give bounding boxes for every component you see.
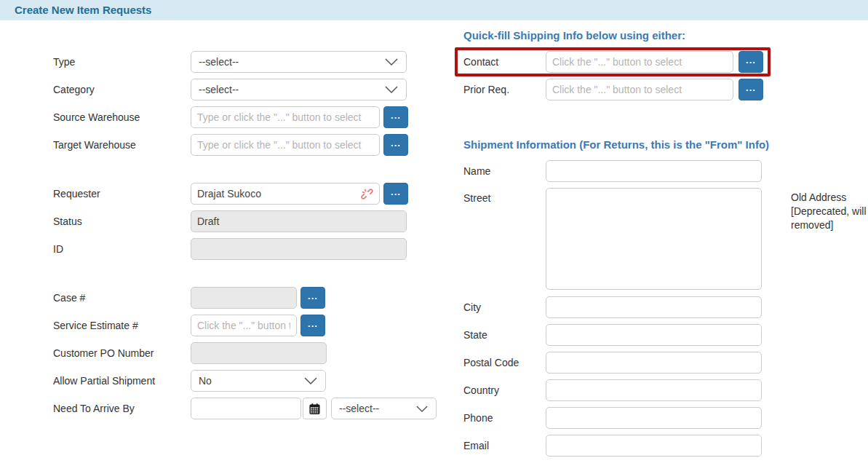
unlink-icon[interactable] <box>361 188 373 200</box>
need-to-arrive-time-select-value: --select-- <box>339 403 379 414</box>
row-city: City <box>463 296 805 318</box>
prior-req-input[interactable] <box>546 79 733 100</box>
city-label: City <box>463 301 546 313</box>
left-form-column: Type --select-- Category --select-- Sour… <box>53 51 446 425</box>
row-state: State <box>463 324 805 346</box>
email-label: Email <box>463 440 546 451</box>
target-warehouse-input[interactable] <box>191 134 380 156</box>
need-to-arrive-date-input[interactable] <box>191 398 301 419</box>
category-select[interactable]: --select-- <box>191 79 407 100</box>
type-label: Type <box>53 56 191 68</box>
street-label: Street <box>463 188 546 204</box>
source-warehouse-input[interactable] <box>191 106 380 128</box>
row-type: Type --select-- <box>53 51 446 73</box>
allow-partial-select[interactable]: No <box>191 370 326 392</box>
chevron-down-icon <box>385 58 398 66</box>
postal-code-input[interactable] <box>546 352 762 374</box>
email-input[interactable] <box>546 435 762 457</box>
row-target-warehouse: Target Warehouse ... <box>53 134 446 156</box>
status-input <box>191 210 407 232</box>
service-estimate-browse-button[interactable]: ... <box>300 315 325 336</box>
contact-browse-button[interactable]: ... <box>738 51 763 73</box>
requester-input[interactable] <box>191 183 380 205</box>
page-header-bar: Create New Item Requests <box>0 0 868 20</box>
country-label: Country <box>463 384 546 396</box>
customer-po-input <box>191 342 327 364</box>
row-email: Email <box>463 435 805 457</box>
street-textarea[interactable] <box>546 188 762 290</box>
contact-label: Contact <box>463 56 546 68</box>
row-status: Status <box>53 210 446 232</box>
contact-input[interactable] <box>546 51 733 73</box>
postal-code-label: Postal Code <box>463 357 546 368</box>
service-estimate-label: Service Estimate # <box>53 320 191 331</box>
row-contact: Contact ... <box>463 51 805 73</box>
row-customer-po: Customer PO Number <box>53 342 446 364</box>
row-phone: Phone <box>463 407 805 429</box>
page-title: Create New Item Requests <box>15 4 151 16</box>
row-category: Category --select-- <box>53 79 446 100</box>
row-country: Country <box>463 379 805 401</box>
prior-req-browse-button[interactable]: ... <box>738 79 763 100</box>
case-number-input <box>191 287 297 309</box>
state-input[interactable] <box>546 324 762 346</box>
state-label: State <box>463 329 546 341</box>
category-select-value: --select-- <box>199 84 239 95</box>
target-warehouse-label: Target Warehouse <box>53 139 191 151</box>
chevron-down-icon <box>385 86 398 93</box>
need-to-arrive-label: Need To Arrive By <box>53 403 191 414</box>
source-warehouse-browse-button[interactable]: ... <box>383 106 408 128</box>
type-select[interactable]: --select-- <box>191 51 407 73</box>
row-source-warehouse: Source Warehouse ... <box>53 106 446 128</box>
source-warehouse-label: Source Warehouse <box>53 111 191 123</box>
name-input[interactable] <box>546 160 762 182</box>
allow-partial-label: Allow Partial Shipment <box>53 375 191 387</box>
requester-field-wrap <box>191 183 380 205</box>
target-warehouse-browse-button[interactable]: ... <box>383 134 408 156</box>
row-allow-partial: Allow Partial Shipment No <box>53 370 446 392</box>
row-name: Name <box>463 160 805 182</box>
calendar-icon <box>308 403 321 415</box>
quick-fill-section-header: Quick-fill Shipping Info below using eit… <box>463 29 805 41</box>
requester-label: Requester <box>53 188 191 200</box>
type-select-value: --select-- <box>199 56 239 68</box>
shipment-section-header: Shipment Information (For Returns, this … <box>463 138 805 150</box>
old-address-deprecated-note: Old Address [Deprecated, will removed] <box>791 191 868 232</box>
requester-browse-button[interactable]: ... <box>383 183 408 205</box>
calendar-picker-button[interactable] <box>303 398 327 419</box>
phone-input[interactable] <box>546 407 762 429</box>
id-input <box>191 238 407 260</box>
right-form-column: Quick-fill Shipping Info below using eit… <box>463 29 805 462</box>
row-case-number: Case # ... <box>53 287 446 309</box>
phone-label: Phone <box>463 412 546 424</box>
case-number-label: Case # <box>53 292 191 304</box>
row-service-estimate: Service Estimate # ... <box>53 315 446 336</box>
need-to-arrive-time-select[interactable]: --select-- <box>331 398 437 419</box>
city-input[interactable] <box>546 296 762 318</box>
category-label: Category <box>53 84 191 95</box>
country-input[interactable] <box>546 379 762 401</box>
allow-partial-select-value: No <box>199 375 212 387</box>
chevron-down-icon <box>416 406 428 412</box>
row-need-to-arrive: Need To Arrive By --select-- <box>53 398 446 419</box>
row-postal-code: Postal Code <box>463 352 805 374</box>
service-estimate-input[interactable] <box>191 315 297 336</box>
row-id: ID <box>53 238 446 260</box>
id-label: ID <box>53 243 191 255</box>
name-label: Name <box>463 165 546 177</box>
case-number-browse-button[interactable]: ... <box>300 287 325 309</box>
row-requester: Requester ... <box>53 183 446 205</box>
status-label: Status <box>53 216 191 227</box>
customer-po-label: Customer PO Number <box>53 347 191 359</box>
row-prior-req: Prior Req. ... <box>463 79 805 100</box>
chevron-down-icon <box>304 377 317 384</box>
prior-req-label: Prior Req. <box>463 84 546 95</box>
row-street: Street <box>463 188 805 290</box>
